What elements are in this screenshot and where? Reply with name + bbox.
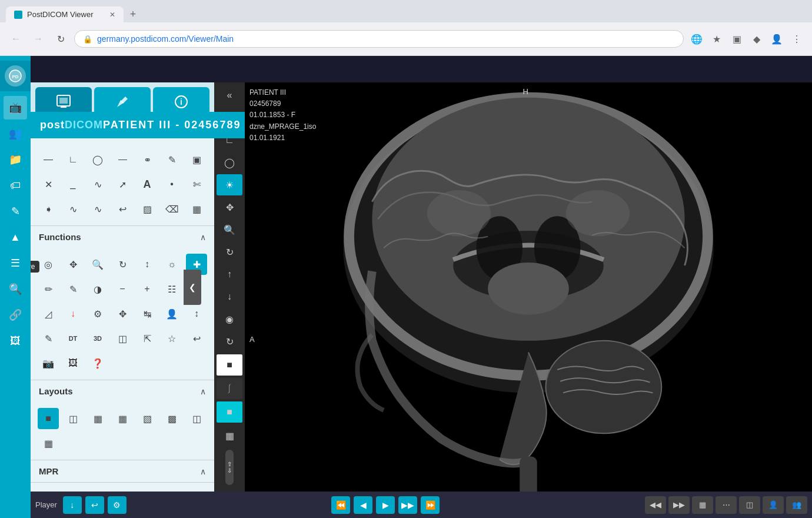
- layout-1x3[interactable]: ▦: [87, 408, 108, 429]
- extension-icon[interactable]: ◆: [748, 31, 765, 47]
- rt-split-h[interactable]: ⎰: [217, 378, 242, 399]
- rt-contrast[interactable]: ◉: [217, 308, 242, 330]
- undo-tool[interactable]: ↩: [112, 198, 133, 220]
- curve-tool[interactable]: ∿: [62, 198, 84, 220]
- grid-tool[interactable]: ☷: [161, 278, 182, 300]
- rt-zoom[interactable]: 🔍: [217, 219, 242, 240]
- cross-tool[interactable]: ✕: [38, 174, 59, 195]
- image-edit-tool[interactable]: 📷: [38, 353, 59, 374]
- pin-tool[interactable]: ↓: [62, 303, 84, 324]
- sidebar-list-icon[interactable]: ☰: [4, 251, 27, 275]
- freehand-tool[interactable]: ✎: [161, 149, 182, 170]
- zoom-out-tool[interactable]: −: [112, 278, 133, 300]
- layouts-header[interactable]: Layouts ∧: [31, 380, 214, 402]
- back-button[interactable]: ←: [7, 30, 25, 48]
- player-layout-button[interactable]: ◫: [739, 496, 760, 514]
- mpr-toggle[interactable]: ∧: [200, 467, 206, 476]
- player-skip-back-button[interactable]: ◀◀: [645, 496, 666, 514]
- player-prev-button[interactable]: ◀: [354, 496, 372, 514]
- layers-tool[interactable]: ◫: [112, 328, 133, 349]
- expand-tool[interactable]: ⇱: [137, 328, 158, 349]
- player-download-button[interactable]: ↓: [63, 496, 82, 514]
- sidebar-search-icon[interactable]: 🔍: [4, 277, 27, 301]
- invert-tool[interactable]: ◎: [38, 254, 59, 275]
- rt-cyan-sq[interactable]: ■: [217, 401, 242, 423]
- rect-tool[interactable]: ▣: [186, 149, 207, 170]
- copy-tool[interactable]: ▦: [186, 198, 207, 220]
- refresh-button[interactable]: ↻: [52, 30, 69, 48]
- image-export-tool[interactable]: 🖼: [62, 353, 84, 374]
- rt-grid2[interactable]: ▦: [217, 425, 242, 446]
- rt-brightness[interactable]: ☀: [217, 174, 242, 195]
- arrow-tool[interactable]: ➚: [112, 174, 133, 195]
- undo2-tool[interactable]: ↩: [186, 328, 207, 349]
- rt-stack-down[interactable]: ↓: [217, 286, 242, 307]
- ruler-tool[interactable]: —: [38, 149, 59, 170]
- clear-tool[interactable]: ⌫: [161, 198, 182, 220]
- player-users-button[interactable]: 👥: [786, 496, 807, 514]
- wave-tool[interactable]: ∿: [87, 174, 108, 195]
- cog-tool[interactable]: ⚙: [87, 303, 108, 324]
- new-tab-button[interactable]: +: [125, 6, 141, 22]
- rt-circle[interactable]: ◯: [217, 152, 242, 173]
- translate-icon[interactable]: 🌐: [688, 31, 705, 47]
- player-skip-fwd-button[interactable]: ▶▶: [668, 496, 690, 514]
- layout-1x2[interactable]: ◫: [62, 408, 84, 429]
- layout-2x3[interactable]: ▧: [137, 408, 158, 429]
- 3d-tool[interactable]: 3D: [87, 328, 108, 349]
- help-tool[interactable]: ❓: [87, 353, 108, 374]
- active-tab[interactable]: PostDICOM Viewer ✕: [6, 6, 124, 22]
- player-first-button[interactable]: ⏪: [331, 496, 350, 514]
- brightness-tool[interactable]: ☼: [161, 254, 182, 275]
- text-tool[interactable]: A: [137, 174, 158, 195]
- functions-toggle[interactable]: ∧: [200, 233, 206, 242]
- player-replay-button[interactable]: ↩: [85, 496, 104, 514]
- mpr-header[interactable]: MPR ∧: [31, 460, 214, 482]
- circle-tool[interactable]: ◯: [87, 149, 108, 170]
- sidebar-folder-icon[interactable]: 📁: [4, 148, 27, 171]
- layout-3x3[interactable]: ▩: [161, 408, 182, 429]
- rt-move[interactable]: ✥: [217, 197, 242, 218]
- contrast-tool[interactable]: ◑: [87, 278, 108, 300]
- profile-icon[interactable]: 👤: [768, 31, 785, 47]
- move2-tool[interactable]: ✥: [112, 303, 133, 324]
- wave2-tool[interactable]: ∿: [87, 198, 108, 220]
- wl-tool[interactable]: ✏: [38, 278, 59, 300]
- move-tool[interactable]: ✥: [62, 254, 84, 275]
- pen-tool[interactable]: ✎: [62, 278, 84, 300]
- layout-custom[interactable]: ▦: [38, 433, 59, 454]
- player-next-button[interactable]: ▶▶: [398, 496, 417, 514]
- updown-tool[interactable]: ↕: [186, 303, 207, 324]
- layout-1x1[interactable]: ■: [38, 408, 59, 429]
- sidebar-monitor-icon[interactable]: 🖼: [4, 329, 27, 353]
- line-tool[interactable]: ⎯: [62, 174, 84, 195]
- player-settings-button[interactable]: ⚙: [108, 496, 127, 514]
- wand-tool[interactable]: ☆: [161, 328, 182, 349]
- rt-refresh[interactable]: ↻: [217, 241, 242, 263]
- pencil-tool[interactable]: ✎: [38, 328, 59, 349]
- zoom-tool[interactable]: 🔍: [87, 254, 108, 275]
- window-icon[interactable]: ▣: [728, 31, 745, 47]
- sidebar-edit-icon[interactable]: ✎: [4, 200, 27, 223]
- zoom-in-tool[interactable]: +: [137, 278, 158, 300]
- rt-stack-up[interactable]: ↑: [217, 264, 242, 285]
- forward-button[interactable]: →: [29, 30, 47, 48]
- layout-2x1[interactable]: ◫: [186, 408, 207, 429]
- scissors-tool[interactable]: ✄: [186, 174, 207, 195]
- functions-header[interactable]: Functions ∧: [31, 226, 214, 248]
- panel-collapse-button[interactable]: ❮: [184, 270, 201, 305]
- star-icon[interactable]: ★: [708, 31, 725, 47]
- sidebar-upload-icon[interactable]: ▲: [4, 225, 27, 249]
- dt-tool[interactable]: DT: [62, 328, 84, 349]
- eraser-tool[interactable]: ▨: [137, 198, 158, 220]
- layouts-toggle[interactable]: ∧: [200, 387, 206, 396]
- split-tool[interactable]: ↹: [137, 303, 158, 324]
- rt-white-sq[interactable]: ■: [217, 354, 242, 376]
- dot-tool[interactable]: •: [161, 174, 182, 195]
- rt-rotate2[interactable]: ↻: [217, 331, 242, 352]
- player-last-button[interactable]: ⏩: [421, 496, 440, 514]
- angle-tool[interactable]: ∟: [62, 149, 84, 170]
- layout-2x2[interactable]: ▦: [112, 408, 133, 429]
- tab-close-button[interactable]: ✕: [109, 11, 115, 19]
- player-more-button[interactable]: ⋯: [716, 496, 737, 514]
